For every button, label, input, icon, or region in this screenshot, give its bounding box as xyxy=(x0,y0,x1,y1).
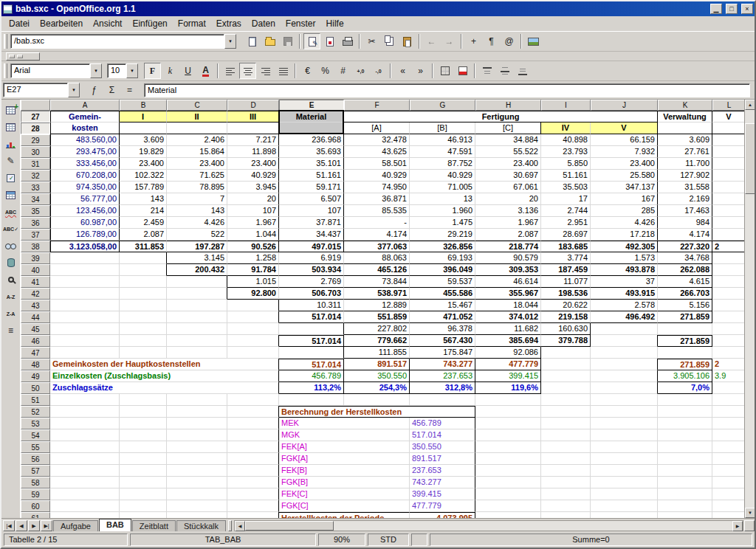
cell-H52[interactable] xyxy=(475,406,541,418)
font-name-dropdown-icon[interactable]: ▼ xyxy=(90,63,102,78)
cell-B41[interactable] xyxy=(120,276,167,288)
cell-C57[interactable] xyxy=(167,465,227,477)
align-bottom-icon[interactable] xyxy=(514,63,531,79)
cell-K56[interactable] xyxy=(658,453,712,465)
cell-C60[interactable] xyxy=(167,500,227,512)
cell-C34[interactable]: 7 xyxy=(167,193,227,205)
cell-C39[interactable]: 3.145 xyxy=(167,252,227,264)
cell-F39[interactable]: 88.063 xyxy=(344,252,410,264)
cell-K48[interactable]: 271.859 xyxy=(658,359,712,370)
cell-L34[interactable] xyxy=(712,193,744,205)
cell-H28[interactable]: [C] xyxy=(475,122,541,134)
cell-D61[interactable] xyxy=(227,512,279,518)
align-center-icon[interactable] xyxy=(239,63,256,79)
cell-A28[interactable]: kosten xyxy=(50,122,120,134)
cell-E59[interactable]: FEK[C] xyxy=(279,488,410,500)
cell-B29[interactable]: 3.609 xyxy=(120,134,167,146)
cell-K27[interactable]: Verwaltung xyxy=(658,111,712,122)
autoformat-icon[interactable] xyxy=(3,187,19,203)
cell-E45[interactable] xyxy=(279,323,344,335)
cell-L47[interactable] xyxy=(712,347,744,359)
column-header-F[interactable]: F xyxy=(344,100,410,111)
cell-B32[interactable]: 102.322 xyxy=(120,170,167,182)
cell-G56[interactable]: 891.517 xyxy=(410,453,475,465)
cell-A37[interactable]: 126.789,00 xyxy=(50,229,120,241)
cell-A31[interactable]: 333.456,00 xyxy=(50,158,120,170)
cell-H61[interactable] xyxy=(475,512,541,518)
cell-G30[interactable]: 47.591 xyxy=(410,146,475,158)
cell-E42[interactable]: 506.703 xyxy=(279,288,344,300)
cell-G37[interactable]: 29.219 xyxy=(410,229,475,241)
cell-D41[interactable]: 1.015 xyxy=(227,276,279,288)
cell-A27[interactable]: Gemein- xyxy=(50,111,120,122)
cell-A42[interactable] xyxy=(50,288,120,300)
cell-E48[interactable]: 517.014 xyxy=(279,359,344,370)
zoom-panel[interactable]: 90% xyxy=(318,534,365,546)
maximize-icon[interactable]: □ xyxy=(726,4,738,14)
cell-J38[interactable]: 492.305 xyxy=(591,241,658,252)
cell-B44[interactable] xyxy=(120,311,167,323)
cell-A47[interactable] xyxy=(50,347,120,359)
cell-L35[interactable] xyxy=(712,205,744,217)
cell-L56[interactable] xyxy=(712,453,744,465)
cell-J57[interactable] xyxy=(591,465,658,477)
bold-icon[interactable]: F xyxy=(144,63,161,79)
cell-I51[interactable] xyxy=(541,394,591,406)
previous-sheet-icon[interactable]: ◀ xyxy=(16,520,27,531)
cell-G61[interactable]: 4.073.995 xyxy=(410,512,475,518)
column-header-C[interactable]: C xyxy=(167,100,227,111)
cell-G54[interactable]: 517.014 xyxy=(410,429,475,441)
cell-H60[interactable] xyxy=(475,500,541,512)
cell-B51[interactable] xyxy=(120,394,167,406)
cell-G51[interactable] xyxy=(410,394,475,406)
cell-C29[interactable]: 2.406 xyxy=(167,134,227,146)
decrease-indent-icon[interactable]: « xyxy=(394,63,411,79)
url-dropdown-icon[interactable]: ▼ xyxy=(224,34,236,49)
cell-G53[interactable]: 456.789 xyxy=(410,418,475,429)
row-header-52[interactable]: 52 xyxy=(21,406,50,418)
cell-E46[interactable]: 517.014 xyxy=(279,335,344,347)
cell-L40[interactable] xyxy=(712,264,744,276)
print-icon[interactable] xyxy=(339,33,356,49)
cell-A45[interactable] xyxy=(50,323,120,335)
cell-E37[interactable]: 34.437 xyxy=(279,229,344,241)
cell-G50[interactable]: 312,8% xyxy=(410,382,475,394)
cell-D32[interactable]: 40.929 xyxy=(227,170,279,182)
cell-B58[interactable] xyxy=(120,477,167,488)
row-header-34[interactable]: 34 xyxy=(21,193,50,205)
cell-J42[interactable]: 493.915 xyxy=(591,288,658,300)
cell-L46[interactable] xyxy=(712,335,744,347)
cell-J49[interactable] xyxy=(591,370,658,382)
cell-B30[interactable]: 19.829 xyxy=(120,146,167,158)
row-header-37[interactable]: 37 xyxy=(21,229,50,241)
number-format-standard-icon[interactable]: # xyxy=(334,63,351,79)
last-sheet-icon[interactable]: ▶| xyxy=(41,520,52,531)
cell-D54[interactable] xyxy=(227,429,279,441)
cell-H37[interactable]: 2.087 xyxy=(475,229,541,241)
cell-K38[interactable]: 227.320 xyxy=(658,241,712,252)
cell-D52[interactable] xyxy=(227,406,279,418)
cell-I38[interactable]: 183.685 xyxy=(541,241,591,252)
cell-L42[interactable] xyxy=(712,288,744,300)
cell-L51[interactable] xyxy=(712,394,744,406)
cell-K32[interactable]: 127.902 xyxy=(658,170,712,182)
cell-E50[interactable]: 113,2% xyxy=(279,382,344,394)
cell-F28[interactable]: [A] xyxy=(344,122,410,134)
cell-E38[interactable]: 497.015 xyxy=(279,241,344,252)
cell-D44[interactable] xyxy=(227,311,279,323)
cell-G31[interactable]: 87.752 xyxy=(410,158,475,170)
cell-A32[interactable]: 670.208,00 xyxy=(50,170,120,182)
cell-L28[interactable] xyxy=(712,122,744,134)
cell-D31[interactable]: 23.400 xyxy=(227,158,279,170)
cell-H58[interactable] xyxy=(475,477,541,488)
cell-D33[interactable]: 3.945 xyxy=(227,182,279,193)
row-header-36[interactable]: 36 xyxy=(21,217,50,229)
cell-H34[interactable]: 20 xyxy=(475,193,541,205)
copy-icon[interactable] xyxy=(381,33,398,49)
cell-C59[interactable] xyxy=(167,488,227,500)
cell-J61[interactable] xyxy=(591,512,658,518)
cell-L49[interactable]: 3.9 xyxy=(712,370,744,382)
cell-K37[interactable]: 4.174 xyxy=(658,229,712,241)
cell-K59[interactable] xyxy=(658,488,712,500)
cell-I37[interactable]: 28.697 xyxy=(541,229,591,241)
